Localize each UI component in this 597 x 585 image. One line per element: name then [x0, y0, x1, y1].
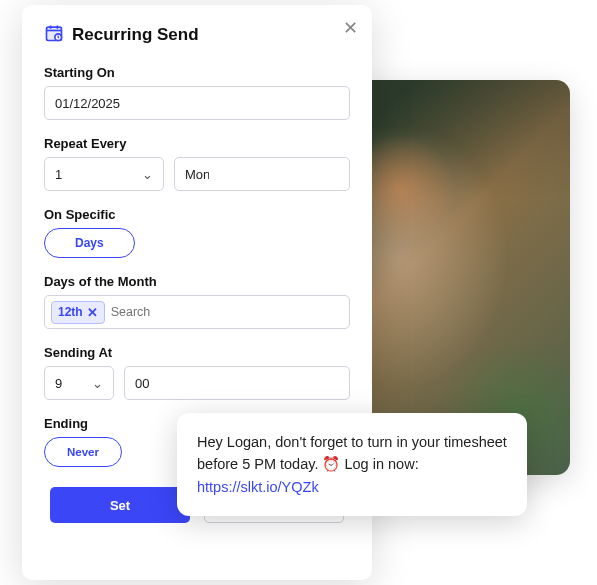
- chevron-down-icon: ⌄: [92, 376, 103, 391]
- ending-never-button[interactable]: Never: [44, 437, 122, 467]
- days-search-input[interactable]: [111, 305, 343, 319]
- calendar-icon: [44, 23, 64, 47]
- dialog-title: Recurring Send: [72, 25, 199, 45]
- message-link[interactable]: https://slkt.io/YQZk: [197, 479, 319, 495]
- sending-minute-value: 00: [135, 376, 159, 391]
- close-button[interactable]: ✕: [343, 17, 358, 39]
- starting-on-input[interactable]: [44, 86, 350, 120]
- days-of-month-label: Days of the Month: [44, 274, 350, 289]
- sending-hour-value: 9: [55, 376, 62, 391]
- starting-on-label: Starting On: [44, 65, 350, 80]
- repeat-unit-select[interactable]: Month: [174, 157, 350, 191]
- tag-label: 12th: [58, 305, 83, 319]
- close-icon: ✕: [343, 18, 358, 38]
- repeat-count-select[interactable]: 1 ⌄: [44, 157, 164, 191]
- day-tag-12th: 12th ✕: [51, 301, 105, 324]
- tag-remove-icon[interactable]: ✕: [87, 305, 98, 320]
- dialog-header: Recurring Send: [44, 23, 350, 47]
- repeat-unit-value: Month: [185, 167, 209, 182]
- days-tab[interactable]: Days: [44, 228, 135, 258]
- sending-minute-select[interactable]: 00: [124, 366, 350, 400]
- message-preview: Hey Logan, don't forget to turn in your …: [177, 413, 527, 516]
- message-text: Hey Logan, don't forget to turn in your …: [197, 434, 507, 472]
- on-specific-label: On Specific: [44, 207, 350, 222]
- days-of-month-input[interactable]: 12th ✕: [44, 295, 350, 329]
- repeat-count-value: 1: [55, 167, 62, 182]
- chevron-down-icon: ⌄: [142, 167, 153, 182]
- sending-hour-select[interactable]: 9 ⌄: [44, 366, 114, 400]
- set-button[interactable]: Set: [50, 487, 190, 523]
- repeat-every-label: Repeat Every: [44, 136, 350, 151]
- sending-at-label: Sending At: [44, 345, 350, 360]
